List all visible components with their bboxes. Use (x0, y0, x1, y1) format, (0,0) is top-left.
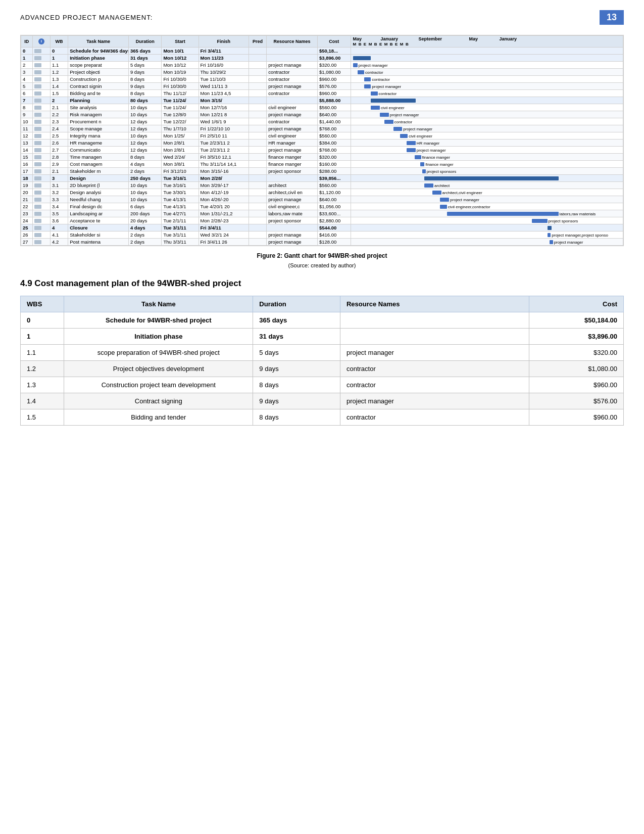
cost-cell-resources: contractor (340, 377, 529, 393)
task-mode-icon (34, 120, 41, 124)
gantt-cell-name: Risk managem (68, 111, 129, 118)
gantt-cell-id: 7 (21, 97, 33, 104)
gantt-cell-start: Tue 12/8/0 (162, 111, 199, 118)
gantt-row: 00Schedule for 94W365 days Mon 10/1 Fri … (21, 48, 623, 55)
gantt-cell-mode (32, 189, 50, 196)
gantt-cell-start: Tue 3/16/1 (162, 182, 199, 189)
gantt-cell-resources: contractor (267, 90, 318, 97)
gantt-row: 254Closure4 daysTue 3/1/11Fri 3/4/11$544… (21, 224, 623, 231)
gantt-cell-start: Tue 11/24/ (162, 97, 199, 104)
gantt-cell-pred (249, 97, 266, 104)
gantt-cell-start: Mon 10/1 (162, 48, 199, 55)
gantt-cell-name: Stakeholder si (68, 231, 129, 239)
info-icon[interactable]: i (38, 38, 44, 44)
gantt-cell-name: Initiation phase (68, 55, 129, 62)
gantt-cell-id: 20 (21, 189, 33, 196)
gantt-cell-resources: project manage (267, 62, 318, 69)
gantt-row: 41.3Construction p8 daysFri 10/30/0Tue 1… (21, 76, 623, 83)
gantt-cell-mode (32, 217, 50, 224)
gantt-cell-mode (32, 55, 50, 62)
task-mode-icon (34, 219, 41, 223)
gantt-row: 112.4Scope manage12 daysThu 1/7/10Fri 1/… (21, 125, 623, 132)
gantt-cell-start: Mon 10/19 (162, 69, 199, 76)
gantt-cell-resources: finance manger (267, 154, 318, 161)
gantt-cell-resources: project manage (267, 125, 318, 132)
gantt-cell-pred (249, 132, 266, 140)
gantt-cell-pred (249, 189, 266, 196)
col-id: ID (21, 36, 33, 48)
gantt-cell-start: Thu 1/7/10 (162, 125, 199, 132)
gantt-cell-wbs: 3.4 (50, 203, 68, 210)
gantt-bar-label: project sponsors (427, 169, 457, 174)
gantt-cell-name: Design analysi (68, 189, 129, 196)
gantt-cell-wbs: 2.6 (50, 140, 68, 147)
gantt-cell-resources: project sponsor (267, 168, 318, 175)
page-header: ADVANCED PROJECT MANAGEMENT: 13 (20, 10, 624, 25)
cost-cell-duration: 9 days (253, 393, 340, 409)
gantt-bar (407, 141, 416, 145)
gantt-cell-bar: contractor (351, 90, 623, 97)
gantt-container: ID i WB Task Name Duration Start Finish … (20, 35, 624, 246)
gantt-cell-pred (249, 140, 266, 147)
gantt-cell-name: Time managen (68, 154, 129, 161)
cost-cell-duration: 31 days (253, 329, 340, 345)
cost-cell-cost: $576.00 (529, 393, 623, 409)
gantt-cell-finish: Wed 11/11 3 (199, 83, 249, 90)
gantt-row: 21.1scope preparat5 daysMon 10/12Fri 10/… (21, 62, 623, 69)
gantt-bar-label: project manager (390, 113, 419, 117)
gantt-cell-bar: project manager,project sponso (351, 231, 623, 239)
gantt-cell-pred (249, 224, 266, 231)
gantt-cell-duration: 9 days (128, 69, 162, 76)
gantt-cell-id: 22 (21, 203, 33, 210)
gantt-cell-finish: Tue 2/23/11 2 (199, 147, 249, 154)
cost-cell-duration: 8 days (253, 377, 340, 393)
gantt-cell-bar: contractor (351, 69, 623, 76)
gantt-cell-cost: $768.00 (318, 147, 351, 154)
task-mode-icon (34, 99, 41, 103)
gantt-cell-id: 21 (21, 196, 33, 203)
gantt-bar-label: project manager (372, 84, 401, 89)
gantt-cell-duration: 80 days (128, 97, 162, 104)
gantt-cell-name: Scope manage (68, 125, 129, 132)
gantt-cell-start: Tue 11/24/ (162, 104, 199, 111)
gantt-cell-id: 2 (21, 62, 33, 69)
gantt-cell-bar: project manager (351, 62, 623, 69)
gantt-body: 00Schedule for 94W365 days Mon 10/1 Fri … (21, 48, 623, 246)
gantt-cell-start: Wed 2/24/ (162, 154, 199, 161)
gantt-cell-start: Thu 11/12/ (162, 90, 199, 97)
task-mode-icon (34, 191, 41, 195)
gantt-cell-mode (32, 125, 50, 132)
gantt-bar (440, 205, 447, 209)
gantt-cell-resources (267, 97, 318, 104)
gantt-cell-cost: $768.00 (318, 125, 351, 132)
gantt-cell-cost: $1,120.00 (318, 189, 351, 196)
gantt-row: 152.8Time managen8 daysWed 2/24/Fri 3/5/… (21, 154, 623, 161)
gantt-cell-start: Fri 10/30/0 (162, 76, 199, 83)
gantt-cell-wbs: 3.3 (50, 196, 68, 203)
gantt-header-row: ID i WB Task Name Duration Start Finish … (21, 36, 623, 48)
gantt-bar (380, 113, 389, 117)
task-mode-icon (34, 56, 41, 60)
gantt-cell-finish: Mon 3/15/-16 (199, 168, 249, 175)
gantt-cell-bar (351, 48, 623, 55)
gantt-bar-label: project manager (554, 240, 583, 245)
gantt-cell-id: 13 (21, 140, 33, 147)
gantt-bar-label: civil engineer (381, 106, 405, 110)
cost-row: 1.3Construction project team development… (21, 377, 624, 393)
cost-cell-resources: project manager (340, 393, 529, 409)
gantt-cell-wbs: 1.4 (50, 83, 68, 90)
gantt-cell-mode (32, 147, 50, 154)
cost-row: 0Schedule for 94WBR-shed project365 days… (21, 312, 624, 329)
gantt-cell-id: 19 (21, 182, 33, 189)
cost-cell-cost: $960.00 (529, 409, 623, 426)
gantt-cell-pred (249, 203, 266, 210)
gantt-bar-label: contractor (394, 120, 413, 124)
gantt-cell-name: Planning (68, 97, 129, 104)
gantt-cell-bar: civil engineer (351, 104, 623, 111)
gantt-cell-finish: Fri 10/16/0 (199, 62, 249, 69)
gantt-cell-wbs: 2.1 (50, 104, 68, 111)
gantt-cell-cost: $50,18... (318, 48, 351, 55)
gantt-cell-name: Bidding and te (68, 90, 129, 97)
gantt-bar-label: architect,civil engineer (442, 191, 482, 195)
task-mode-icon (34, 183, 41, 188)
